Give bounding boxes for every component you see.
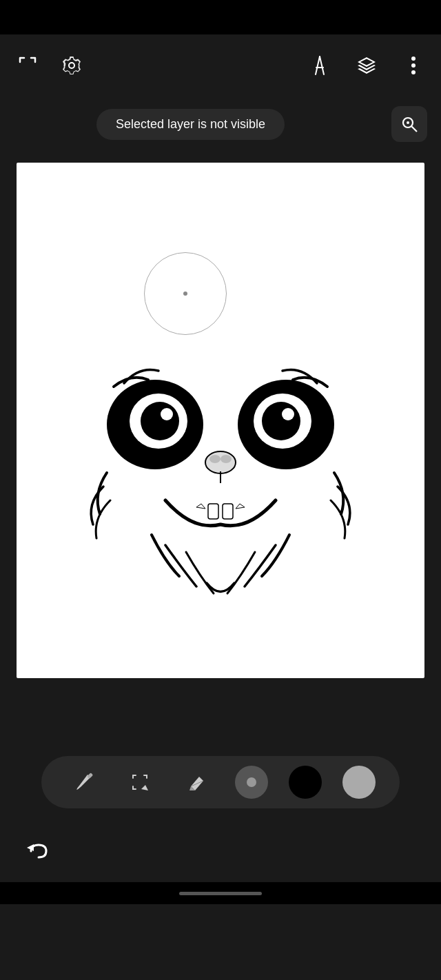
animal-face-artwork [17,163,424,678]
undo-button[interactable] [21,833,57,869]
bottom-nav [0,820,441,882]
svg-rect-22 [223,504,233,519]
color-black-swatch[interactable] [289,766,322,799]
svg-point-19 [220,455,232,463]
svg-point-16 [282,408,294,420]
notification-bar: Selected layer is not visible [0,96,441,152]
svg-point-17 [205,451,236,473]
top-toolbar [0,34,441,96]
layers-icon[interactable] [353,52,380,79]
selection-tool[interactable] [122,764,158,800]
svg-point-4 [411,63,416,68]
svg-point-18 [209,455,220,463]
svg-marker-24 [236,504,245,509]
status-bar [0,0,441,34]
svg-line-1 [320,57,324,74]
toolbar-left [14,52,85,79]
more-menu-icon[interactable] [400,52,427,79]
brush-tool[interactable] [65,764,101,800]
tool-pill [41,756,400,808]
svg-line-0 [316,57,320,74]
svg-line-7 [412,127,418,132]
toolbar-right [306,52,427,79]
fill-tool[interactable] [235,766,268,799]
expand-icon[interactable] [14,52,41,79]
home-indicator [0,882,441,904]
eraser-tool[interactable] [178,764,214,800]
home-bar [179,892,262,895]
svg-point-8 [407,121,409,124]
svg-point-12 [161,408,173,420]
drawing-canvas[interactable] [17,163,424,678]
fill-tool-inner [247,777,256,787]
search-layer-button[interactable] [391,106,427,142]
settings-icon[interactable] [58,52,85,79]
svg-point-15 [262,402,300,440]
svg-marker-23 [196,504,205,509]
notification-text: Selected layer is not visible [116,117,265,132]
notification-pill: Selected layer is not visible [96,109,285,140]
bottom-spacer [0,689,441,744]
color-gray-swatch[interactable] [342,766,376,799]
bottom-toolbar [0,744,441,820]
svg-point-11 [141,402,179,440]
compass-icon[interactable] [306,52,334,79]
svg-rect-21 [208,504,218,519]
svg-point-5 [411,70,416,74]
svg-point-3 [411,57,416,61]
canvas-area [0,152,441,689]
